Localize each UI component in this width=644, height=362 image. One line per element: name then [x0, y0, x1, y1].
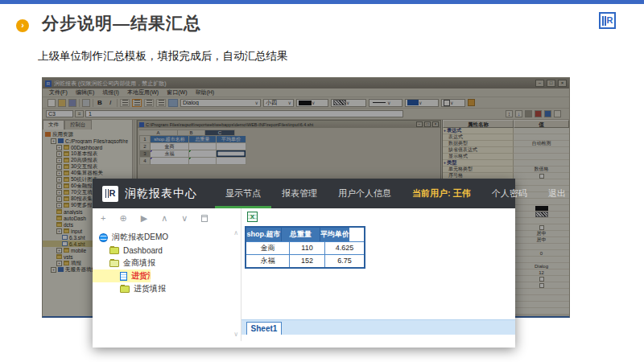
scroll-up-icon[interactable]: ∧	[233, 229, 238, 237]
property-row[interactable]: 缺省值表达式	[443, 147, 569, 154]
menu-item[interactable]: 填报(I)	[102, 88, 119, 97]
property-value[interactable]: 居中	[514, 237, 569, 244]
nav-item[interactable]: 用户个人信息	[328, 179, 402, 208]
column-header[interactable]: B	[178, 130, 205, 136]
resource-tree-item[interactable]: 应用资源	[43, 131, 132, 138]
property-row[interactable]: 显示格式	[443, 154, 569, 160]
checkbox[interactable]	[539, 174, 544, 179]
property-value[interactable]	[514, 147, 569, 154]
tree-toolbar-icon[interactable]: ▶	[141, 214, 147, 223]
border-combo[interactable]: ∨	[441, 99, 465, 107]
bold-button[interactable]: B	[96, 99, 104, 107]
cell-reference-input[interactable]: C3	[46, 110, 73, 117]
close-button[interactable]: ×	[558, 80, 567, 87]
property-row[interactable]: 表达式	[443, 128, 569, 134]
property-value[interactable]	[514, 276, 569, 282]
resource-tree-item[interactable]: 40集算器相关	[43, 170, 132, 176]
font-color-combo[interactable]: ∨	[296, 99, 328, 107]
web-publish-icon[interactable]	[544, 110, 551, 117]
row-header[interactable]: 4	[139, 158, 151, 165]
sheet-cell[interactable]: 金商	[151, 143, 189, 150]
menu-item[interactable]: 窗口(W)	[167, 88, 187, 97]
property-value[interactable]	[514, 212, 569, 218]
column-header[interactable]: C	[205, 130, 235, 136]
line-style-combo[interactable]: ∨	[369, 99, 402, 107]
checkbox[interactable]	[539, 283, 544, 288]
property-value[interactable]	[514, 224, 569, 231]
row-header[interactable]: 3	[139, 150, 151, 158]
sheet-cell[interactable]	[189, 143, 217, 150]
property-value[interactable]	[514, 160, 569, 167]
property-row[interactable]: 类型	[443, 160, 569, 167]
export-excel-icon[interactable]: X	[247, 212, 258, 222]
resource-tree-item[interactable]: 10基本报表	[43, 150, 132, 157]
property-value[interactable]: 自动检测	[514, 141, 569, 147]
valign-icon[interactable]	[156, 99, 166, 107]
sheet-cell[interactable]	[217, 158, 246, 165]
line-color-combo[interactable]: ∨	[405, 99, 439, 107]
panel-tab[interactable]: 文件	[43, 120, 64, 130]
sheet-cell[interactable]	[151, 158, 189, 165]
align-right-icon[interactable]	[144, 99, 154, 107]
property-value[interactable]	[514, 289, 569, 295]
property-row[interactable]: 单元格类型 数值格	[443, 167, 569, 173]
nav-item[interactable]: 当前用户: 王伟	[402, 179, 481, 208]
format-painter-icon[interactable]	[468, 99, 475, 106]
menu-item[interactable]: 本地应用(W)	[127, 88, 159, 97]
italic-button[interactable]: I	[106, 99, 114, 107]
font-family-combo[interactable]: Dialog ∨	[180, 99, 261, 107]
print-preview-icon[interactable]	[82, 99, 90, 107]
tree-toolbar-icon[interactable]: ∧	[161, 214, 167, 223]
sheet-tab[interactable]: Sheet1	[246, 322, 282, 335]
property-value[interactable]: Dialog	[514, 263, 569, 269]
property-row[interactable]: 表达式	[443, 134, 569, 141]
nav-item[interactable]: 个人密码	[481, 179, 538, 208]
align-center-icon[interactable]	[132, 99, 142, 107]
minimize-button[interactable]: −	[535, 80, 544, 87]
property-value[interactable]	[514, 302, 569, 308]
sheet-cell[interactable]	[189, 158, 217, 165]
property-value[interactable]	[514, 257, 569, 263]
report-tree-item[interactable]: 进货填报	[93, 282, 241, 295]
mobile-preview-icon[interactable]	[554, 110, 561, 117]
property-value[interactable]	[514, 134, 569, 141]
tree-toolbar-icon[interactable]: +	[101, 214, 105, 223]
property-value[interactable]: 12	[514, 269, 569, 276]
report-tree-item[interactable]: 进货汇总	[93, 269, 151, 282]
panel-tab[interactable]: 控制台	[64, 120, 92, 130]
tree-toolbar-icon[interactable]: ⊕	[119, 214, 126, 223]
property-value[interactable]	[514, 218, 569, 224]
report-tree-item[interactable]: 润乾报表DEMO	[93, 231, 241, 244]
doc-restore-button[interactable]: □	[424, 121, 431, 127]
sheet-cell[interactable]: shop.超市名称	[151, 136, 189, 143]
resource-tree-item[interactable]: 20高级报表	[43, 157, 132, 163]
tool-icon[interactable]	[525, 110, 532, 117]
property-value[interactable]	[514, 295, 569, 302]
report-tree-item[interactable]: Dashboard	[93, 244, 241, 257]
property-row[interactable]: 数据类型 自动检测	[443, 141, 569, 147]
fill-pattern-combo[interactable]: ∨	[331, 99, 366, 107]
sheet-cell[interactable]: 总重量	[189, 136, 217, 143]
tree-toolbar-icon[interactable]	[201, 215, 208, 222]
doc-minimize-button[interactable]: −	[416, 121, 423, 127]
nav-item[interactable]: 显示节点	[215, 179, 271, 208]
new-icon[interactable]	[47, 99, 56, 107]
checkbox[interactable]	[539, 277, 544, 282]
property-value[interactable]	[514, 282, 569, 289]
save-icon[interactable]	[68, 99, 76, 107]
preview-icon[interactable]	[535, 110, 542, 117]
maximize-button[interactable]: □	[547, 80, 555, 87]
resource-tree-item[interactable]: 00Dashboard	[43, 144, 132, 150]
formula-input[interactable]: 1	[85, 110, 403, 117]
property-value[interactable]	[514, 154, 569, 160]
resource-tree-item[interactable]: C:/Program Files/raqsoft/re	[43, 138, 132, 144]
nav-item[interactable]: 退出	[538, 179, 576, 208]
report-tree-item[interactable]: 金商填报	[93, 257, 241, 269]
property-value[interactable]: 数值格	[514, 167, 569, 173]
download-icon[interactable]: ↓	[515, 110, 522, 117]
property-value[interactable]	[514, 128, 569, 134]
property-value[interactable]	[514, 308, 569, 315]
menu-item[interactable]: 编辑(E)	[76, 88, 94, 97]
doc-close-button[interactable]: ×	[432, 121, 439, 127]
sheet-cell[interactable]	[189, 150, 217, 158]
